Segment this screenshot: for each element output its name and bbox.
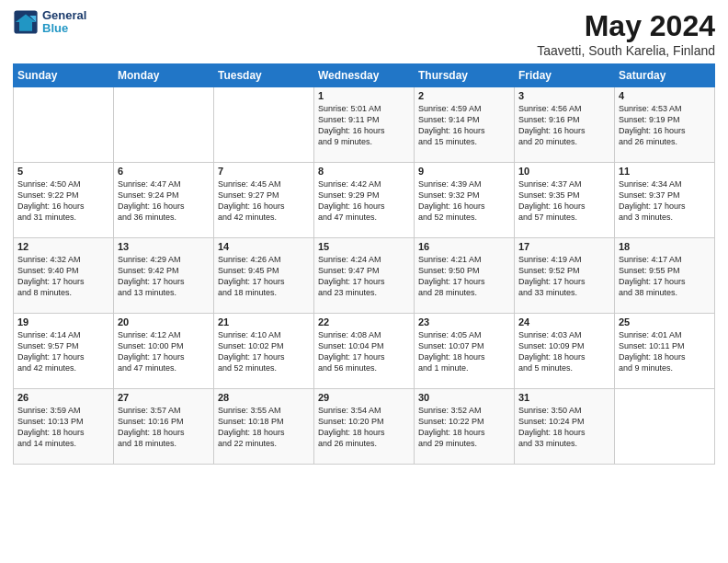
calendar-cell: 27Sunrise: 3:57 AM Sunset: 10:16 PM Dayl… <box>114 389 214 465</box>
calendar-cell: 19Sunrise: 4:14 AM Sunset: 9:57 PM Dayli… <box>14 314 114 389</box>
day-info: Sunrise: 4:03 AM Sunset: 10:09 PM Daylig… <box>518 329 610 374</box>
day-number: 7 <box>218 166 310 177</box>
title-block: May 2024 Taavetti, South Karelia, Finlan… <box>537 9 715 58</box>
logo-icon <box>13 9 39 35</box>
day-number: 11 <box>619 166 711 177</box>
weekday-tuesday: Tuesday <box>214 64 314 87</box>
day-number: 17 <box>518 241 610 252</box>
day-number: 30 <box>418 392 510 403</box>
day-number: 24 <box>518 316 610 327</box>
week-row-3: 12Sunrise: 4:32 AM Sunset: 9:40 PM Dayli… <box>14 238 715 314</box>
day-number: 31 <box>518 392 610 403</box>
day-number: 2 <box>418 90 510 101</box>
day-info: Sunrise: 4:19 AM Sunset: 9:52 PM Dayligh… <box>518 254 610 299</box>
calendar-cell: 10Sunrise: 4:37 AM Sunset: 9:35 PM Dayli… <box>515 163 615 238</box>
calendar-cell: 23Sunrise: 4:05 AM Sunset: 10:07 PM Dayl… <box>415 314 515 389</box>
calendar-cell: 1Sunrise: 5:01 AM Sunset: 9:11 PM Daylig… <box>314 87 415 163</box>
day-info: Sunrise: 3:59 AM Sunset: 10:13 PM Daylig… <box>17 405 109 450</box>
day-number: 27 <box>118 392 210 403</box>
day-info: Sunrise: 4:37 AM Sunset: 9:35 PM Dayligh… <box>518 178 610 224</box>
calendar-cell: 12Sunrise: 4:32 AM Sunset: 9:40 PM Dayli… <box>14 238 114 314</box>
calendar-cell: 20Sunrise: 4:12 AM Sunset: 10:00 PM Dayl… <box>114 314 214 389</box>
day-info: Sunrise: 4:47 AM Sunset: 9:24 PM Dayligh… <box>118 178 210 224</box>
day-number: 4 <box>619 90 711 101</box>
calendar-cell: 26Sunrise: 3:59 AM Sunset: 10:13 PM Dayl… <box>14 389 114 465</box>
weekday-wednesday: Wednesday <box>314 64 415 87</box>
main-title: May 2024 <box>537 9 715 43</box>
day-info: Sunrise: 4:42 AM Sunset: 9:29 PM Dayligh… <box>318 178 410 224</box>
calendar-cell: 24Sunrise: 4:03 AM Sunset: 10:09 PM Dayl… <box>515 314 615 389</box>
day-number: 6 <box>118 166 210 177</box>
week-row-4: 19Sunrise: 4:14 AM Sunset: 9:57 PM Dayli… <box>14 314 715 389</box>
day-number: 5 <box>17 166 109 177</box>
day-info: Sunrise: 3:52 AM Sunset: 10:22 PM Daylig… <box>418 405 510 450</box>
logo: General Blue <box>13 9 86 36</box>
day-info: Sunrise: 4:12 AM Sunset: 10:00 PM Daylig… <box>118 329 210 374</box>
day-number: 20 <box>118 316 210 327</box>
day-info: Sunrise: 3:54 AM Sunset: 10:20 PM Daylig… <box>318 405 410 450</box>
day-info: Sunrise: 4:08 AM Sunset: 10:04 PM Daylig… <box>318 329 410 374</box>
day-info: Sunrise: 5:01 AM Sunset: 9:11 PM Dayligh… <box>318 103 410 148</box>
day-info: Sunrise: 4:45 AM Sunset: 9:27 PM Dayligh… <box>218 178 310 224</box>
calendar-cell: 18Sunrise: 4:17 AM Sunset: 9:55 PM Dayli… <box>615 238 715 314</box>
weekday-thursday: Thursday <box>415 64 515 87</box>
day-number: 29 <box>318 392 410 403</box>
calendar-cell: 7Sunrise: 4:45 AM Sunset: 9:27 PM Daylig… <box>214 163 314 238</box>
calendar-cell: 21Sunrise: 4:10 AM Sunset: 10:02 PM Dayl… <box>214 314 314 389</box>
weekday-friday: Friday <box>515 64 615 87</box>
subtitle: Taavetti, South Karelia, Finland <box>537 43 715 58</box>
calendar-cell: 16Sunrise: 4:21 AM Sunset: 9:50 PM Dayli… <box>415 238 515 314</box>
week-row-1: 1Sunrise: 5:01 AM Sunset: 9:11 PM Daylig… <box>14 87 715 163</box>
calendar-cell: 11Sunrise: 4:34 AM Sunset: 9:37 PM Dayli… <box>615 163 715 238</box>
day-number: 21 <box>218 316 310 327</box>
calendar-cell: 2Sunrise: 4:59 AM Sunset: 9:14 PM Daylig… <box>415 87 515 163</box>
calendar-cell <box>214 87 314 163</box>
day-info: Sunrise: 4:29 AM Sunset: 9:42 PM Dayligh… <box>118 254 210 299</box>
day-number: 15 <box>318 241 410 252</box>
calendar-page: General Blue May 2024 Taavetti, South Ka… <box>0 0 728 563</box>
day-number: 16 <box>418 241 510 252</box>
calendar-cell: 14Sunrise: 4:26 AM Sunset: 9:45 PM Dayli… <box>214 238 314 314</box>
day-number: 25 <box>619 316 711 327</box>
calendar-cell: 5Sunrise: 4:50 AM Sunset: 9:22 PM Daylig… <box>14 163 114 238</box>
calendar-cell: 17Sunrise: 4:19 AM Sunset: 9:52 PM Dayli… <box>515 238 615 314</box>
day-info: Sunrise: 4:56 AM Sunset: 9:16 PM Dayligh… <box>518 103 610 148</box>
calendar-cell: 29Sunrise: 3:54 AM Sunset: 10:20 PM Dayl… <box>314 389 415 465</box>
calendar-cell: 25Sunrise: 4:01 AM Sunset: 10:11 PM Dayl… <box>615 314 715 389</box>
day-number: 22 <box>318 316 410 327</box>
calendar-cell: 15Sunrise: 4:24 AM Sunset: 9:47 PM Dayli… <box>314 238 415 314</box>
calendar-cell <box>14 87 114 163</box>
day-number: 9 <box>418 166 510 177</box>
week-row-2: 5Sunrise: 4:50 AM Sunset: 9:22 PM Daylig… <box>14 163 715 238</box>
calendar-cell: 6Sunrise: 4:47 AM Sunset: 9:24 PM Daylig… <box>114 163 214 238</box>
day-info: Sunrise: 3:55 AM Sunset: 10:18 PM Daylig… <box>218 405 310 450</box>
calendar-cell: 31Sunrise: 3:50 AM Sunset: 10:24 PM Dayl… <box>515 389 615 465</box>
day-info: Sunrise: 4:53 AM Sunset: 9:19 PM Dayligh… <box>619 103 711 148</box>
day-number: 23 <box>418 316 510 327</box>
day-number: 26 <box>17 392 109 403</box>
calendar-cell: 8Sunrise: 4:42 AM Sunset: 9:29 PM Daylig… <box>314 163 415 238</box>
calendar-cell <box>114 87 214 163</box>
day-number: 28 <box>218 392 310 403</box>
weekday-sunday: Sunday <box>14 64 114 87</box>
day-info: Sunrise: 3:57 AM Sunset: 10:16 PM Daylig… <box>118 405 210 450</box>
calendar-cell: 30Sunrise: 3:52 AM Sunset: 10:22 PM Dayl… <box>415 389 515 465</box>
week-row-5: 26Sunrise: 3:59 AM Sunset: 10:13 PM Dayl… <box>14 389 715 465</box>
day-info: Sunrise: 4:59 AM Sunset: 9:14 PM Dayligh… <box>418 103 510 148</box>
calendar-table: SundayMondayTuesdayWednesdayThursdayFrid… <box>13 63 715 465</box>
day-info: Sunrise: 4:32 AM Sunset: 9:40 PM Dayligh… <box>17 254 109 299</box>
day-info: Sunrise: 4:10 AM Sunset: 10:02 PM Daylig… <box>218 329 310 374</box>
day-info: Sunrise: 4:50 AM Sunset: 9:22 PM Dayligh… <box>17 178 109 224</box>
calendar-cell: 4Sunrise: 4:53 AM Sunset: 9:19 PM Daylig… <box>615 87 715 163</box>
day-info: Sunrise: 4:26 AM Sunset: 9:45 PM Dayligh… <box>218 254 310 299</box>
day-info: Sunrise: 3:50 AM Sunset: 10:24 PM Daylig… <box>518 405 610 450</box>
day-info: Sunrise: 4:21 AM Sunset: 9:50 PM Dayligh… <box>418 254 510 299</box>
day-number: 19 <box>17 316 109 327</box>
weekday-header-row: SundayMondayTuesdayWednesdayThursdayFrid… <box>14 64 715 87</box>
day-number: 3 <box>518 90 610 101</box>
day-info: Sunrise: 4:34 AM Sunset: 9:37 PM Dayligh… <box>619 178 711 224</box>
weekday-saturday: Saturday <box>615 64 715 87</box>
day-number: 18 <box>619 241 711 252</box>
day-info: Sunrise: 4:24 AM Sunset: 9:47 PM Dayligh… <box>318 254 410 299</box>
calendar-cell: 13Sunrise: 4:29 AM Sunset: 9:42 PM Dayli… <box>114 238 214 314</box>
